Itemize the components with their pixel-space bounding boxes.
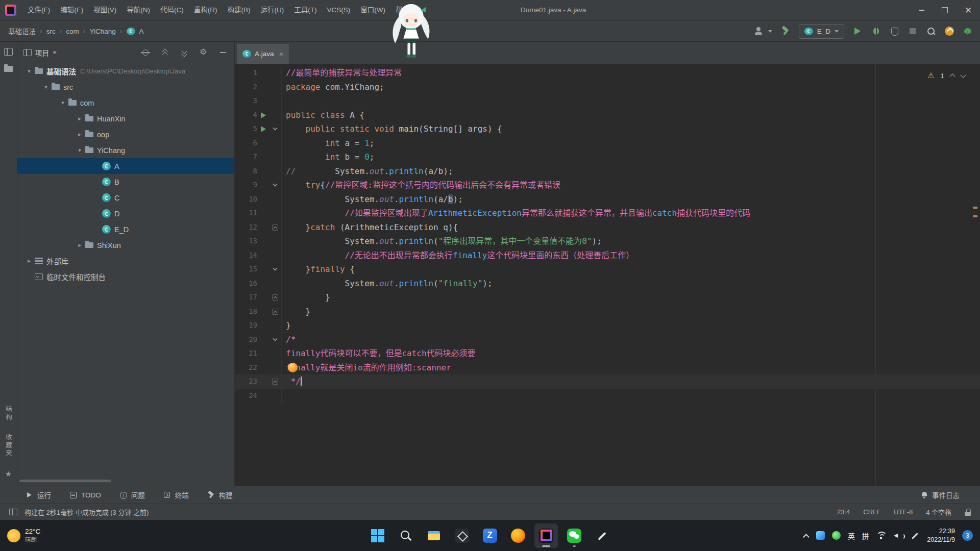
folder-tool-icon[interactable] xyxy=(4,66,13,72)
taskbar-clock[interactable]: 22:392022/11/9 xyxy=(927,527,955,544)
code-line-23[interactable]: 23 */ xyxy=(235,374,980,389)
line-number[interactable]: 9 xyxy=(235,178,257,192)
menu-item[interactable]: 文件(F) xyxy=(22,0,55,20)
app-green-icon[interactable] xyxy=(832,531,841,540)
fold-icon[interactable] xyxy=(273,266,277,270)
sprout-icon[interactable] xyxy=(963,26,973,36)
line-number[interactable]: 8 xyxy=(235,164,257,179)
line-number[interactable]: 6 xyxy=(235,136,257,151)
tree-item-E_D[interactable]: CE_D xyxy=(17,221,234,237)
tree-item-临时文件和控制台[interactable]: 临时文件和控制台 xyxy=(17,269,234,285)
tree-item-oop[interactable]: ▸oop xyxy=(17,127,234,142)
line-number[interactable]: 19 xyxy=(235,318,257,333)
structure-tool-button[interactable]: 结构 xyxy=(4,406,13,421)
code-line-6[interactable]: 6 int a = 1; xyxy=(235,136,980,151)
taskbar-app-search[interactable] xyxy=(394,523,418,548)
line-number[interactable]: 18 xyxy=(235,305,257,319)
code-line-2[interactable]: 2package com.YiChang; xyxy=(235,80,980,94)
breadcrumb-item[interactable]: YiChang xyxy=(90,28,116,35)
fold-end-icon[interactable] xyxy=(272,379,278,385)
tree-item-HuanXin[interactable]: ▸HuanXin xyxy=(17,111,234,127)
tab-a-java[interactable]: C A.java × xyxy=(237,44,289,64)
menu-item[interactable]: 工具(T) xyxy=(289,0,322,20)
taskbar-app-start[interactable] xyxy=(366,523,389,548)
line-number[interactable]: 7 xyxy=(235,150,257,164)
notification-badge[interactable]: 3 xyxy=(962,530,973,541)
tree-chevron[interactable]: ▸ xyxy=(75,242,84,248)
menu-item[interactable]: VCS(S) xyxy=(322,0,356,20)
run-line-icon[interactable] xyxy=(261,112,266,118)
code-line-15[interactable]: 15 }finally { xyxy=(235,262,980,277)
hammer-icon[interactable] xyxy=(780,26,791,36)
tree-item-C[interactable]: CC xyxy=(17,190,234,206)
run-icon[interactable] xyxy=(852,26,863,36)
menu-item[interactable]: 窗口(W) xyxy=(355,0,390,20)
tree-chevron[interactable]: ▾ xyxy=(75,147,84,154)
app-blue-icon[interactable] xyxy=(816,531,825,540)
locate-icon[interactable] xyxy=(141,48,150,57)
breadcrumb-item[interactable]: A xyxy=(139,28,144,35)
code-line-5[interactable]: 5 public static void main(String[] args)… xyxy=(235,122,980,136)
menu-item[interactable]: 构建(B) xyxy=(223,0,256,20)
line-number[interactable]: 4 xyxy=(235,108,257,122)
code-line-18[interactable]: 18 } xyxy=(235,305,980,319)
code-editor[interactable]: 1//最简单的捕获异常与处理异常2package com.YiChang;34p… xyxy=(235,64,980,486)
indent-setting[interactable]: 4 个空格 xyxy=(926,507,951,517)
tree-item-com[interactable]: ▾com xyxy=(17,95,234,111)
close-tab-icon[interactable]: × xyxy=(279,49,284,58)
chevron-down-icon[interactable] xyxy=(53,52,57,54)
code-line-17[interactable]: 17 } xyxy=(235,290,980,305)
lock-icon[interactable] xyxy=(965,509,971,516)
run-line-icon[interactable] xyxy=(261,126,266,132)
tree-item-ShiXun[interactable]: ▸ShiXun xyxy=(17,237,234,253)
tree-chevron[interactable]: ▸ xyxy=(75,115,84,122)
menu-item[interactable]: 编辑(E) xyxy=(55,0,88,20)
taskbar-app-intellij[interactable] xyxy=(534,523,558,548)
line-number[interactable]: 5 xyxy=(235,122,257,136)
taskbar-app-firefox[interactable] xyxy=(506,523,530,548)
tree-chevron[interactable]: ▸ xyxy=(75,131,84,138)
code-line-20[interactable]: 20/* xyxy=(235,333,980,347)
code-line-16[interactable]: 16 System.out.println("finally"); xyxy=(235,277,980,291)
breadcrumb-item[interactable]: 基础语法 xyxy=(8,26,36,36)
project-panel-title[interactable]: 项目 xyxy=(35,47,49,58)
menu-item[interactable]: 视图(V) xyxy=(88,0,121,20)
star-icon[interactable]: ★ xyxy=(5,469,12,479)
code-line-3[interactable]: 3 xyxy=(235,94,980,108)
code-line-19[interactable]: 19} xyxy=(235,318,980,333)
fold-end-icon[interactable] xyxy=(272,224,278,231)
fold-end-icon[interactable] xyxy=(272,309,278,315)
line-number[interactable]: 15 xyxy=(235,262,257,277)
project-horizontal-scrollbar[interactable] xyxy=(19,480,111,482)
run-config-select[interactable]: CE_D xyxy=(799,24,844,39)
wifi-icon[interactable] xyxy=(876,532,886,539)
line-number[interactable]: 24 xyxy=(235,389,257,403)
menu-item[interactable]: 帮助(H) xyxy=(390,0,424,20)
line-number[interactable]: 20 xyxy=(235,333,257,347)
stop-icon[interactable] xyxy=(908,26,918,36)
prev-problem-icon[interactable] xyxy=(950,73,955,78)
tree-chevron[interactable]: ▾ xyxy=(58,99,67,106)
update-icon[interactable] xyxy=(944,26,954,36)
tree-item-基础语法[interactable]: ▾基础语法C:\Users\PC\Desktop\Desktop\Java xyxy=(17,63,234,79)
line-number[interactable]: 13 xyxy=(235,234,257,248)
menu-item[interactable]: 导航(N) xyxy=(121,0,155,20)
scrollbar-warning-mark[interactable] xyxy=(973,207,977,209)
line-ending[interactable]: CRLF xyxy=(863,508,880,516)
tree-item-外部库[interactable]: ▸外部库 xyxy=(17,253,234,269)
taskbar-app-zapp[interactable] xyxy=(478,523,502,548)
line-number[interactable]: 11 xyxy=(235,206,257,220)
breadcrumb-item[interactable]: src xyxy=(46,28,56,35)
menu-item[interactable]: 代码(C) xyxy=(155,0,189,20)
line-number[interactable]: 12 xyxy=(235,220,257,235)
minimize-button[interactable] xyxy=(910,0,933,20)
code-line-13[interactable]: 13 System.out.println("程序出现异常，其中一个变量值不能为… xyxy=(235,234,980,248)
code-line-8[interactable]: 8// System.out.println(a/b); xyxy=(235,164,980,179)
hide-icon[interactable] xyxy=(219,48,227,57)
tree-item-B[interactable]: CB xyxy=(17,174,234,190)
favorites-tool-button[interactable]: 收藏夹 xyxy=(4,434,13,458)
toolwindow-button-problems[interactable]: 问题 xyxy=(119,490,145,500)
code-line-1[interactable]: 1//最简单的捕获异常与处理异常 xyxy=(235,66,980,80)
fold-icon[interactable] xyxy=(273,182,277,186)
tree-item-A[interactable]: CA xyxy=(17,158,234,174)
